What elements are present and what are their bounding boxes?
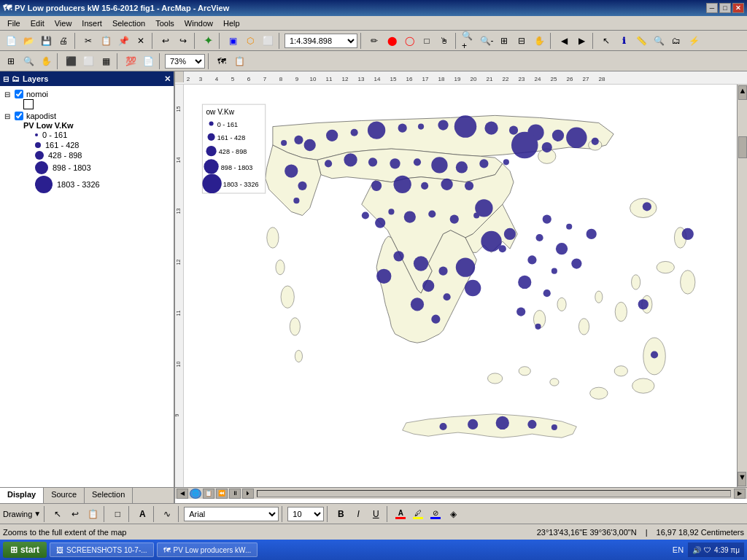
drawing-dropdown-arrow[interactable]: ▼ (34, 510, 41, 518)
underline-btn[interactable]: U (368, 506, 384, 522)
layout-zoom-btn[interactable]: 🔍 (20, 53, 36, 69)
expand-kapodist[interactable]: ⊟ (4, 112, 12, 120)
cut-button[interactable]: ✂ (80, 33, 96, 49)
open-button[interactable]: 📂 (20, 33, 36, 49)
menu-help[interactable]: Help (219, 18, 244, 29)
undo-button[interactable]: ↩ (158, 33, 174, 49)
globe-icon[interactable]: 🌐 (190, 489, 201, 499)
redo-button[interactable]: ↪ (175, 33, 191, 49)
back-btn[interactable]: ◀ (556, 33, 572, 49)
menu-edit[interactable]: Edit (26, 18, 49, 29)
tab-display[interactable]: Display (0, 488, 44, 503)
restore-button[interactable]: □ (719, 3, 731, 13)
fixed-scale-btn[interactable]: ⊞ (496, 33, 512, 49)
layout-fixed2-btn[interactable]: ⬜ (80, 53, 96, 69)
edit-tool[interactable]: ✏ (366, 33, 382, 49)
find-button[interactable]: ⬜ (260, 33, 276, 49)
layout-pan-btn[interactable]: ✋ (38, 53, 54, 69)
zoom-out-point[interactable]: ◯ (401, 33, 417, 49)
checkbox-kapodist[interactable] (15, 112, 23, 120)
scrollbar-thumb[interactable] (738, 136, 747, 158)
map-content[interactable]: 15 14 13 12 11 10 9 (175, 85, 747, 487)
forward-btn[interactable]: ▶ (573, 33, 589, 49)
sidebar-close-icon[interactable]: ✕ (164, 74, 171, 84)
hscroll-right-btn[interactable]: ▶ (734, 489, 746, 499)
hscroll-track[interactable] (257, 490, 731, 497)
hscroll-btn3[interactable]: ⏸ (229, 489, 241, 499)
delete-button[interactable]: ✕ (133, 33, 149, 49)
expand-nomoi[interactable]: ⊟ (4, 90, 12, 98)
fontsize-dropdown[interactable]: 10 8 12 (287, 507, 324, 521)
spline-tool[interactable]: ∿ (159, 506, 175, 522)
sidebar-expand-icon[interactable]: ⊟ (3, 75, 9, 83)
measure-btn[interactable]: 📏 (633, 33, 649, 49)
close-button[interactable]: ✕ (732, 3, 744, 13)
title-bar-controls[interactable]: ─ □ ✕ (706, 3, 744, 13)
catalog-btn[interactable]: 🗂 (668, 33, 684, 49)
hscroll-left-btn[interactable]: ◀ (177, 489, 188, 499)
cursor-tool[interactable]: ↖ (50, 506, 66, 522)
find-btn2[interactable]: 🔍 (651, 33, 667, 49)
hscroll-btn4[interactable]: ⏵ (242, 489, 254, 499)
layout-fixed3-btn[interactable]: ▦ (98, 53, 114, 69)
pan-btn[interactable]: ✋ (531, 33, 547, 49)
zoom-out-btn[interactable]: 🔍- (479, 33, 495, 49)
minimize-button[interactable]: ─ (706, 3, 718, 13)
zoom-100-btn[interactable]: 💯 (123, 53, 139, 69)
font-dropdown[interactable]: Arial Times New Roman (184, 507, 279, 521)
zoom-in-point[interactable]: ⬤ (384, 33, 400, 49)
hscroll-btn2[interactable]: ⏪ (216, 489, 228, 499)
paste-button[interactable]: 📌 (115, 33, 131, 49)
rect-draw-tool[interactable]: □ (109, 506, 125, 522)
layout-fixed-btn[interactable]: ⬛ (63, 53, 79, 69)
zoom-percent-dropdown[interactable]: 73% 100% 50% (165, 54, 205, 69)
save-button[interactable]: 💾 (38, 33, 54, 49)
bold-btn[interactable]: B (333, 506, 349, 522)
copy-button[interactable]: 📋 (98, 33, 114, 49)
text-tool[interactable]: A (134, 506, 150, 522)
fill-color-btn[interactable]: 🖊 (410, 506, 426, 522)
taskbar-item-1[interactable]: 🗺 PV Low producers kW... (157, 542, 258, 557)
select-cursor-btn[interactable]: ↖ (598, 33, 614, 49)
info-btn[interactable]: ℹ (616, 33, 632, 49)
start-button[interactable]: ⊞ start (3, 542, 47, 558)
shadow-btn[interactable]: ◈ (445, 506, 461, 522)
new-button[interactable]: 📄 (3, 33, 19, 49)
identify-button[interactable]: ⬡ (242, 33, 258, 49)
italic-btn[interactable]: I (350, 506, 366, 522)
tab-selection[interactable]: Selection (85, 488, 133, 503)
select-button[interactable]: ▣ (225, 33, 241, 49)
fixed-scale2-btn[interactable]: ⊟ (514, 33, 530, 49)
lang-indicator[interactable]: EN (673, 545, 684, 554)
menu-selection[interactable]: Selection (108, 18, 150, 29)
fixed-zoom-btn[interactable]: □ (419, 33, 435, 49)
menu-window[interactable]: Window (180, 18, 217, 29)
identify-btn2[interactable]: 🖱 (436, 33, 452, 49)
zoom-in-btn[interactable]: 🔍+ (461, 33, 477, 49)
hscroll-btn1[interactable]: 📋 (203, 489, 214, 499)
copy-draw-tool[interactable]: 📋 (85, 506, 101, 522)
checkbox-nomoi[interactable] (15, 90, 23, 98)
layout-full-btn[interactable]: ⊞ (3, 53, 19, 69)
menu-file[interactable]: File (3, 18, 25, 29)
zoom-page-btn[interactable]: 📄 (140, 53, 156, 69)
scrollbar-horizontal[interactable]: ◀ 🌐 📋 ⏪ ⏸ ⏵ ▶ (175, 487, 747, 499)
font-color-btn[interactable]: A (392, 506, 409, 522)
layout-view-btn[interactable]: 📋 (231, 53, 247, 69)
scrollbar-vertical[interactable]: ▲ ▼ (737, 85, 747, 487)
tab-source[interactable]: Source (44, 488, 85, 503)
line-color-btn[interactable]: ⊘ (427, 506, 444, 522)
scrollbar-up-btn[interactable]: ▲ (738, 85, 747, 100)
menu-insert[interactable]: Insert (77, 18, 107, 29)
python-btn[interactable]: ⚡ (686, 33, 702, 49)
menu-view[interactable]: View (50, 18, 77, 29)
map-area[interactable]: 2 3 4 5 6 7 8 9 10 11 12 13 14 15 16 17 … (175, 71, 747, 503)
print-button[interactable]: 🖨 (55, 33, 71, 49)
menu-tools[interactable]: Tools (151, 18, 179, 29)
taskbar-item-0[interactable]: 🖼 SCREENSHOTS 10-7-... (50, 542, 154, 557)
data-view-btn[interactable]: 🗺 (214, 53, 230, 69)
scale-dropdown[interactable]: 1:4.394.898 (285, 34, 357, 48)
scrollbar-down-btn[interactable]: ▼ (738, 472, 746, 486)
add-data-button[interactable]: ✦ (200, 33, 216, 49)
rotate-tool[interactable]: ↩ (67, 506, 83, 522)
